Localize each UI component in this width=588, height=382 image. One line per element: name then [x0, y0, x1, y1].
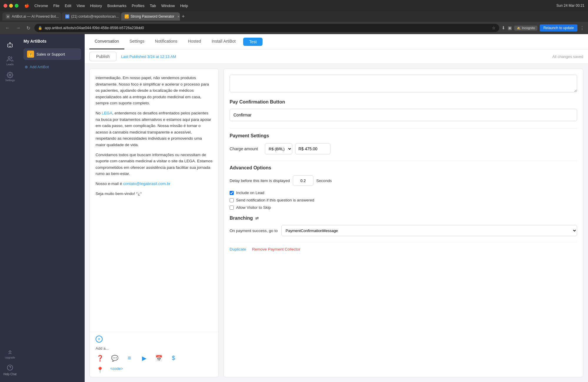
file-menu[interactable]: File — [53, 4, 59, 8]
tab-settings[interactable]: Settings — [124, 34, 150, 49]
chrome-menu[interactable]: Chrome — [34, 4, 48, 8]
history-menu[interactable]: History — [90, 4, 102, 8]
bookmark-icon[interactable]: ☆ — [492, 26, 496, 30]
apple-menu[interactable]: 🍎 — [24, 4, 29, 8]
charge-amount-row: Charge amount R$ (BRL) USD EUR — [230, 143, 577, 154]
conversation-scroll: intermediação. Em nosso papel, não vende… — [90, 69, 218, 332]
lega-link[interactable]: LEGA — [102, 111, 112, 115]
add-artibot-button[interactable]: ⊕ Add ArtiBot — [24, 64, 81, 70]
include-on-lead-checkbox[interactable] — [230, 191, 234, 195]
sidebar-item-settings[interactable]: Settings — [3, 69, 17, 84]
on-success-row: On payment success, go to PaymentConfirm… — [230, 225, 577, 236]
browser-chrome: a ArtiBot.ai — AI Powered Bot... ✕ @ (21… — [0, 11, 588, 34]
chat-icon[interactable]: 💬 — [110, 355, 119, 362]
minimize-button[interactable] — [9, 4, 13, 8]
time-display: Sun 24 Mar 00:21 — [557, 4, 584, 8]
right-panel: Pay Confirmation Button Payment Settings… — [223, 69, 583, 377]
confirm-text-input[interactable] — [230, 109, 577, 121]
advanced-options-label: Advanced Options — [230, 165, 577, 171]
view-menu[interactable]: View — [77, 4, 85, 8]
top-textarea[interactable] — [230, 75, 577, 92]
new-tab-button[interactable]: + — [182, 14, 185, 20]
bot-selector-label: Sales or Support — [36, 52, 65, 56]
add-item-button[interactable]: + — [96, 336, 103, 343]
dollar-icon[interactable]: $ — [169, 355, 178, 362]
menu-bar: 🍎 Chrome File Edit View History Bookmark… — [24, 4, 188, 8]
tab-hosted[interactable]: Hosted — [183, 34, 206, 49]
more-options-icon[interactable]: ⋮ — [580, 25, 584, 31]
payment-settings-label: Payment Settings — [230, 133, 577, 139]
publish-button[interactable]: Publish — [89, 52, 116, 61]
bot-selector[interactable]: ⚠️ Sales or Support — [24, 48, 81, 60]
close-button[interactable] — [4, 4, 7, 8]
sidebar-item-upgrade[interactable]: Upgrade — [3, 347, 17, 361]
conv-para-4: Nosso e-mail é contato@legabrasil.com.br — [96, 181, 213, 187]
browser-tab-2[interactable]: @ (21) contato@repositoriocan... ✕ — [62, 12, 121, 21]
tab-close-3[interactable]: ✕ — [177, 15, 180, 18]
play-icon[interactable]: ▶ — [140, 355, 148, 362]
action-buttons: Duplicate Remove Payment Collector — [230, 242, 577, 251]
fullscreen-button[interactable] — [15, 4, 19, 8]
forward-button[interactable]: → — [14, 24, 22, 32]
calendar-icon[interactable]: 📅 — [154, 355, 163, 362]
sidebar-item-help[interactable]: Help Chat — [3, 363, 17, 377]
tab-notifications[interactable]: Notifications — [150, 34, 183, 49]
add-artibot-label: Add ArtiBot — [30, 65, 49, 69]
edit-menu[interactable]: Edit — [65, 4, 71, 8]
sidebar-leads-label: Leads — [6, 63, 14, 66]
sidebar-item-leads[interactable]: Leads — [3, 54, 17, 68]
add-artibot-icon: ⊕ — [25, 65, 28, 69]
conv-para-5: Seja muito bem-vindo! °¿° — [96, 191, 213, 197]
remove-button[interactable]: Remove Payment Collector — [252, 247, 300, 251]
tab-menu[interactable]: Tab — [150, 4, 156, 8]
sidebar-upgrade-label: Upgrade — [5, 356, 15, 359]
duplicate-button[interactable]: Duplicate — [230, 247, 246, 251]
delay-input[interactable] — [293, 175, 313, 186]
help-menu[interactable]: Help — [180, 4, 188, 8]
question-icon[interactable]: ❓ — [96, 355, 104, 362]
download-icon[interactable]: ⬇ — [502, 25, 505, 31]
conversation-panel: intermediação. Em nosso papel, não vende… — [89, 69, 219, 377]
email-link[interactable]: contato@legabrasil.com.br — [123, 181, 171, 186]
toolbar-icons: ⬇ ▣ 🕵 Incognito Relaunch to update ⋮ — [502, 24, 584, 31]
browser-tab-3[interactable]: 🔑 Strong Password Generator ✕ — [121, 12, 180, 21]
relaunch-button[interactable]: Relaunch to update — [540, 24, 577, 31]
reload-button[interactable]: ↻ — [25, 24, 32, 32]
conversation-text: intermediação. Em nosso papel, não vende… — [96, 75, 213, 197]
send-notification-row: Send notification if this question is an… — [230, 198, 577, 202]
bookmarks-menu[interactable]: Bookmarks — [107, 4, 126, 8]
publish-bar: Publish Last Published 3/24 at 12:13 AM … — [85, 49, 588, 64]
sidebar-icon[interactable]: ▣ — [508, 25, 512, 31]
allow-skip-checkbox[interactable] — [230, 206, 234, 210]
left-panel: My ArtiBots ⚠️ Sales or Support ⊕ Add Ar… — [20, 34, 85, 382]
browser-tab-1[interactable]: a ArtiBot.ai — AI Powered Bot... ✕ — [2, 12, 61, 21]
panel-title: My ArtiBots — [24, 39, 81, 44]
allow-skip-row: Allow Visitor to Skip — [230, 205, 577, 210]
location-icon[interactable]: 📍 — [96, 366, 104, 373]
profiles-menu[interactable]: Profiles — [132, 4, 144, 8]
browser-tabs-row: a ArtiBot.ai — AI Powered Bot... ✕ @ (21… — [0, 11, 588, 22]
goto-select[interactable]: PaymentConfirmationMessage End Other — [281, 225, 577, 236]
tab-install[interactable]: Install ArtiBot — [206, 34, 241, 49]
tab-navigation: Conversation Settings Notifications Host… — [85, 34, 588, 49]
address-bar[interactable]: 🔒 app.artibot.ai/bots/c04ae044-f09d-458e… — [34, 24, 499, 32]
code-label[interactable]: <code> — [110, 366, 123, 373]
send-notification-checkbox[interactable] — [230, 198, 234, 202]
conv-para-2: No LEGA, entendemos os desafios enfrenta… — [96, 110, 213, 148]
tab-conversation[interactable]: Conversation — [89, 34, 124, 49]
incognito-label: Incognito — [522, 26, 535, 30]
list-icon[interactable]: ≡ — [125, 355, 134, 362]
window-menu[interactable]: Window — [161, 4, 175, 8]
sidebar-item-bot[interactable] — [3, 38, 17, 52]
tab-favicon-2: @ — [65, 14, 69, 19]
back-button[interactable]: ← — [4, 24, 12, 32]
all-saved-text: All changes saved — [552, 54, 583, 59]
tab-test[interactable]: Test — [243, 38, 263, 46]
titlebar: 🍎 Chrome File Edit View History Bookmark… — [0, 0, 588, 11]
delay-label: Delay before this item is displayed — [230, 179, 290, 183]
content-area: intermediação. Em nosso papel, não vende… — [85, 64, 588, 382]
currency-select[interactable]: R$ (BRL) USD EUR — [265, 143, 292, 154]
svg-point-4 — [7, 365, 13, 370]
tab-favicon-1: a — [6, 14, 10, 19]
amount-input[interactable] — [295, 143, 330, 154]
